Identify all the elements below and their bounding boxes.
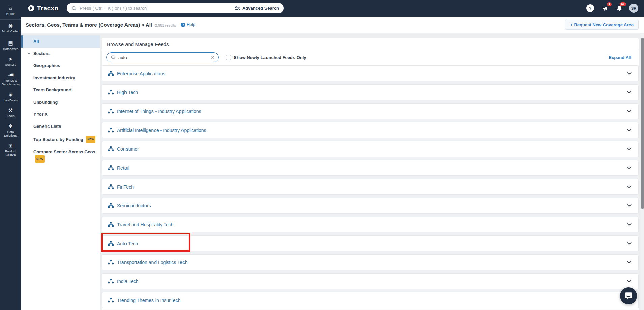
feed-row-high-tech[interactable]: High Tech [102,84,639,100]
sidebar-item-trends-benchmarks[interactable]: ▂▅▇ Trends & Benchmarks [0,69,21,89]
feed-row-india-tech[interactable]: India Tech [102,273,639,289]
filter-sliders-icon [235,6,240,11]
nav-item-generic-lists[interactable]: ▸ Generic Lists [21,120,100,133]
handshake-icon: ◈ [9,92,13,97]
search-icon [111,55,116,60]
help-button[interactable]: ? [586,4,595,13]
topbar-actions: ? 9 9+ SR [586,4,638,13]
sidebar-item-most-visited[interactable]: ◉ Most Visited [0,20,21,36]
nav-item-unbundling[interactable]: ▸ Unbundling [21,96,100,108]
user-avatar[interactable]: SR [629,4,638,13]
feed-row-semiconductors[interactable]: Semiconductors [102,198,639,214]
newly-launched-filter[interactable]: Show Newly Launched Feeds Only [226,55,306,60]
search-icon [71,6,77,11]
chevron-down-icon[interactable] [627,185,632,188]
nav-item-top-sectors-by-funding[interactable]: ▸ Top Sectors by Funding NEW [21,133,100,146]
sitemap-icon [108,146,114,151]
chat-launcher-button[interactable] [620,287,637,304]
chevron-down-icon[interactable] [627,204,632,207]
nav-item-label: Sectors [33,51,50,56]
global-search-input[interactable] [80,6,235,11]
expand-all-link[interactable]: Expand All [609,55,631,60]
clear-search-icon[interactable]: × [211,54,214,60]
chevron-down-icon[interactable] [627,91,632,94]
feed-search[interactable]: × [106,52,219,62]
newly-launched-checkbox[interactable] [226,55,231,60]
nav-item-label: Investment Industry [33,75,75,80]
feed-label: Enterprise Applications [117,71,165,76]
feed-label: Trending Themes in InsurTech [117,298,180,303]
advanced-search-button[interactable]: Advanced Search [235,6,279,11]
sidebar-item-product-search[interactable]: ⊞ Product Search [0,140,21,160]
feed-row-travel-and-hospitality-tech[interactable]: Travel and Hospitality Tech [102,217,639,232]
nav-item-compare-sector-across-geos[interactable]: ▸ Compare Sector Across Geos NEW [21,146,100,166]
chevron-down-icon[interactable] [627,242,632,245]
sitemap-icon [108,71,114,76]
feed-row-artificial-intelligence-industry-applications[interactable]: Artificial Intelligence - Industry Appli… [102,122,639,138]
feed-row-retail[interactable]: Retail [102,160,639,176]
chevron-down-icon[interactable] [627,110,632,113]
sidebar-item-livedeals[interactable]: ◈ LiveDeals [0,89,21,105]
grid-search-icon: ⊞ [8,143,13,148]
sidebar-item-label: Home [6,12,15,16]
notifications-button[interactable]: 9+ [615,4,624,13]
feed-row-enterprise-applications[interactable]: Enterprise Applications [102,65,639,81]
sitemap-icon [108,260,114,265]
feed-list: Enterprise Applications High Tech [102,65,639,308]
nav-item-all[interactable]: ▸ All [21,35,100,48]
chevron-down-icon[interactable] [627,72,632,75]
megaphone-icon [601,5,608,12]
nav-item-investment-industry[interactable]: ▸ Investment Industry [21,72,100,84]
feed-row-trending-themes-in-insurtech[interactable]: Trending Themes in InsurTech [102,292,639,308]
expand-triangle-icon[interactable]: ▸ [28,50,30,56]
chevron-down-icon[interactable] [627,280,632,283]
announcements-button[interactable]: 9 [600,4,609,13]
sidebar-item-databases[interactable]: ▤ Databases [0,38,21,54]
left-icon-rail: ⌂ Home ◉ Most Visited ▤ Databases ➤ Sect… [0,0,21,310]
newly-launched-label: Show Newly Launched Feeds Only [234,55,306,60]
tracxn-logo[interactable]: Tracxn [28,5,58,12]
feed-label: Retail [117,165,129,171]
sidebar-item-home[interactable]: ⌂ Home [0,3,21,19]
chevron-down-icon[interactable] [627,223,632,226]
new-badge: NEW [35,155,45,163]
sidebar-item-tools[interactable]: ⚒ Tools [0,105,21,121]
sitemap-icon [108,128,114,133]
feed-row-internet-of-things-industry-applications[interactable]: Internet of Things - Industry Applicatio… [102,103,639,119]
nav-item-sectors[interactable]: ▸ Sectors [21,48,100,60]
request-new-coverage-area-button[interactable]: + Request New Coverage Area [565,20,639,30]
chevron-down-icon[interactable] [627,166,632,169]
feed-label: Semiconductors [117,203,151,208]
help-link-label: Help [187,22,195,27]
sidebar-item-sectors[interactable]: ➤ Sectors [0,54,21,69]
sitemap-icon [108,109,114,114]
feed-row-transportation-and-logistics-tech[interactable]: Transportation and Logistics Tech [102,254,639,270]
nav-item-geographies[interactable]: ▸ Geographies [21,60,100,72]
nav-item-team-background[interactable]: ▸ Team Background [21,84,100,96]
help-icon: ? [586,4,594,12]
feed-search-input[interactable] [118,55,211,60]
sitemap-icon [108,203,114,208]
nav-item-y-for-x[interactable]: ▸ Y for X [21,108,100,120]
feed-label: Transportation and Logistics Tech [117,260,188,265]
feed-row-auto-tech[interactable]: Auto Tech [102,235,639,251]
chevron-down-icon[interactable] [627,147,632,150]
divider [0,37,21,37]
chevron-down-icon[interactable] [627,129,632,132]
chevron-down-icon[interactable] [627,261,632,264]
help-link[interactable]: ? Help [181,22,195,27]
sidebar-item-label: LiveDeals [4,98,18,102]
feed-row-fintech[interactable]: FinTech [102,179,639,195]
scrollbar-thumb[interactable] [641,38,644,209]
feed-row-consumer[interactable]: Consumer [102,141,639,157]
scrollbar[interactable] [641,33,644,310]
sidebar-item-label: Data Solutions [1,130,21,137]
global-search[interactable]: Advanced Search [67,3,284,13]
results-count: 2,981 results [155,23,176,27]
nav-item-label: Top Sectors by Funding [33,137,83,142]
sitemap-icon [108,184,114,189]
nav-item-label: Team Background [33,87,71,92]
sidebar-item-data-solutions[interactable]: ❖ Data Solutions [0,121,21,140]
tools-icon: ⚒ [8,108,13,113]
sidebar-item-label: Most Visited [2,29,20,33]
